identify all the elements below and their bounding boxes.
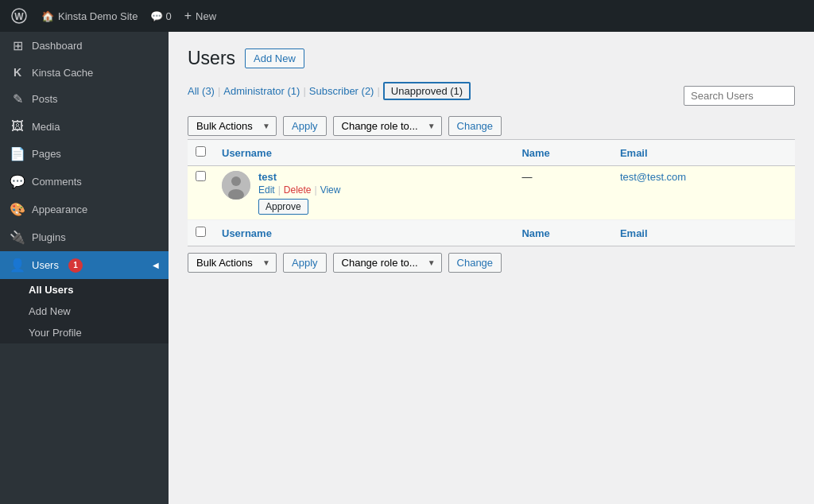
bulk-actions-wrapper-bottom: Bulk Actions ▼ [188, 253, 277, 273]
filter-unapproved[interactable]: Unapproved (1) [383, 82, 471, 100]
change-button-bottom[interactable]: Change [448, 253, 502, 273]
sidebar-item-label: Plugins [32, 231, 66, 243]
top-toolbar: Bulk Actions ▼ Apply Change role to... ▼… [188, 116, 795, 136]
add-new-button[interactable]: Add New [245, 48, 304, 68]
header-username[interactable]: Username [214, 140, 514, 166]
footer-username[interactable]: Username [214, 220, 514, 246]
sidebar-item-appearance[interactable]: 🎨 Appearance [0, 196, 169, 223]
new-label: New [196, 10, 216, 22]
main-layout: ⊞ Dashboard K Kinsta Cache ✎ Posts 🖼 Med… [0, 32, 814, 504]
apply-button-top[interactable]: Apply [283, 116, 327, 136]
page-header: Users Add New [188, 48, 795, 69]
users-badge: 1 [68, 258, 83, 273]
approve-btn-cell: Approve [258, 196, 340, 215]
header-checkbox-col [188, 140, 214, 166]
dashboard-icon: ⊞ [10, 38, 25, 53]
appearance-icon: 🎨 [10, 202, 25, 217]
users-icon: 👤 [10, 258, 25, 273]
wp-logo[interactable]: W [10, 6, 29, 25]
svg-point-3 [231, 176, 241, 186]
bulk-actions-select-bottom[interactable]: Bulk Actions [188, 253, 277, 273]
filter-links: All (3) | Administrator (1) | Subscriber… [188, 82, 471, 100]
filter-administrator[interactable]: Administrator (1) [223, 85, 300, 97]
sidebar-item-label: Media [32, 121, 60, 133]
pages-icon: 📄 [10, 146, 25, 161]
sidebar-item-label: Users [32, 259, 59, 271]
footer-checkbox-col [188, 220, 214, 246]
row-checkbox[interactable] [196, 171, 206, 181]
change-role-select-bottom[interactable]: Change role to... [333, 253, 442, 273]
users-arrow-icon: ◀ [153, 261, 159, 269]
users-table: Username Name Email [188, 139, 795, 246]
header-name[interactable]: Name [514, 140, 611, 166]
filter-all[interactable]: All (3) [188, 85, 215, 97]
filter-subscriber[interactable]: Subscriber (2) [309, 85, 374, 97]
sidebar-subitem-add-new[interactable]: Add New [29, 300, 169, 322]
footer-name[interactable]: Name [514, 220, 611, 246]
sidebar-item-users[interactable]: 👤 Users 1 ◀ [0, 251, 169, 279]
sidebar-item-dashboard[interactable]: ⊞ Dashboard [0, 32, 169, 60]
site-name-item[interactable]: 🏠 Kinsta Demo Site [41, 10, 138, 22]
user-email[interactable]: test@test.com [620, 171, 686, 183]
name-cell: — [514, 166, 611, 220]
sidebar-item-plugins[interactable]: 🔌 Plugins [0, 223, 169, 251]
row-checkbox-cell [188, 166, 214, 220]
sidebar-item-media[interactable]: 🖼 Media [0, 113, 169, 140]
bulk-actions-wrapper-top: Bulk Actions ▼ [188, 116, 277, 136]
select-all-checkbox[interactable] [196, 146, 206, 157]
svg-text:W: W [14, 11, 24, 22]
table-header-row: Username Name Email [188, 140, 795, 166]
edit-action[interactable]: Edit [258, 184, 275, 196]
user-name-cell: test Edit | Delete | View Approve [222, 171, 506, 215]
sidebar-item-posts[interactable]: ✎ Posts [0, 85, 169, 113]
bulk-actions-select-top[interactable]: Bulk Actions [188, 116, 277, 136]
sidebar-item-label: Pages [32, 148, 61, 160]
sidebar-item-pages[interactable]: 📄 Pages [0, 140, 169, 168]
comments-count: 0 [165, 10, 171, 22]
sidebar-item-label: Kinsta Cache [32, 67, 93, 79]
comments-icon: 💬 [10, 174, 25, 189]
page-content: Users Add New All (3) | Administrator (1… [169, 32, 814, 504]
sidebar-item-label: Posts [32, 93, 58, 105]
add-new-label: Add New [29, 305, 71, 317]
new-topbar-item[interactable]: + New [184, 9, 216, 23]
sidebar-subitem-your-profile[interactable]: Your Profile [29, 322, 169, 343]
your-profile-label: Your Profile [29, 327, 82, 339]
site-name-text: Kinsta Demo Site [58, 10, 138, 22]
sidebar-subitem-all-users[interactable]: All Users [29, 279, 169, 300]
sidebar-item-label: Comments [32, 176, 82, 188]
change-role-wrapper-top: Change role to... ▼ [333, 116, 442, 136]
change-role-select-top[interactable]: Change role to... [333, 116, 442, 136]
table-footer-header-row: Username Name Email [188, 220, 795, 246]
header-email[interactable]: Email [612, 140, 795, 166]
house-icon: 🏠 [41, 10, 54, 22]
sidebar-item-label: Appearance [32, 204, 87, 215]
email-cell: test@test.com [612, 166, 795, 220]
apply-button-bottom[interactable]: Apply [283, 253, 327, 273]
avatar [222, 171, 250, 200]
table-row: test Edit | Delete | View Approve [188, 166, 795, 220]
sidebar: ⊞ Dashboard K Kinsta Cache ✎ Posts 🖼 Med… [0, 32, 169, 504]
change-button-top[interactable]: Change [448, 116, 502, 136]
change-role-wrapper-bottom: Change role to... ▼ [333, 253, 442, 273]
all-users-label: All Users [29, 284, 73, 296]
user-details: test Edit | Delete | View Approve [258, 171, 340, 215]
delete-action[interactable]: Delete [284, 184, 312, 196]
select-all-checkbox-bottom[interactable] [196, 227, 206, 237]
comments-topbar[interactable]: 💬 0 [150, 10, 171, 22]
view-action[interactable]: View [320, 184, 341, 196]
page-title: Users [188, 48, 235, 69]
sidebar-item-comments[interactable]: 💬 Comments [0, 168, 169, 196]
comment-bubble-icon: 💬 [150, 10, 163, 22]
approve-button[interactable]: Approve [258, 199, 308, 215]
media-icon: 🖼 [10, 119, 25, 134]
admin-topbar: W 🏠 Kinsta Demo Site 💬 0 + New [0, 0, 814, 32]
posts-icon: ✎ [10, 91, 25, 107]
footer-email[interactable]: Email [612, 220, 795, 246]
kinsta-icon: K [10, 66, 25, 79]
filter-row: All (3) | Administrator (1) | Subscriber… [188, 82, 795, 110]
users-submenu: All Users Add New Your Profile [0, 279, 169, 343]
search-users-input[interactable] [684, 86, 795, 106]
username-text[interactable]: test [258, 171, 340, 183]
sidebar-item-kinsta-cache[interactable]: K Kinsta Cache [0, 60, 169, 85]
